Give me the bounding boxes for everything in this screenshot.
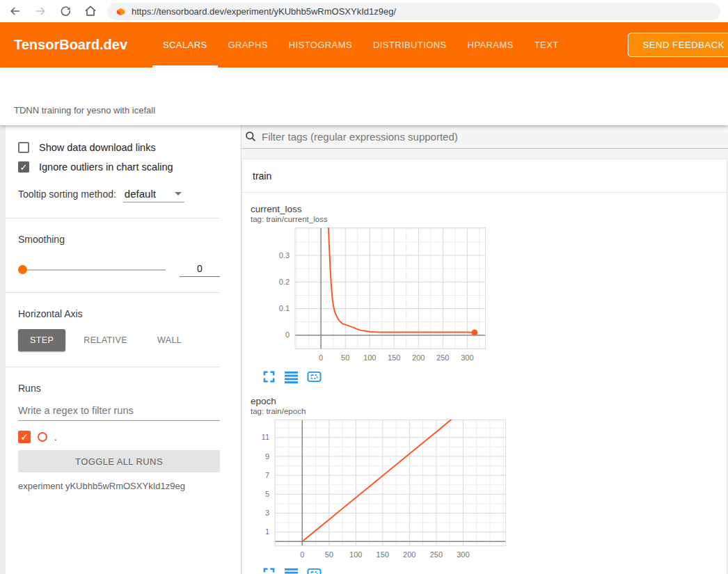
- show-download-links-checkbox[interactable]: Show data download links: [18, 142, 220, 153]
- tag-filter-row: [242, 125, 728, 149]
- tab-bar: SCALARS GRAPHS HISTOGRAMS DISTRIBUTIONS …: [152, 22, 569, 67]
- svg-text:200: 200: [403, 550, 416, 559]
- experiment-subheader: TDNN training for yesno with icefall: [0, 67, 728, 125]
- smoothing-value[interactable]: 0: [180, 263, 220, 277]
- tab-graphs[interactable]: GRAPHS: [218, 22, 278, 67]
- svg-text:100: 100: [363, 353, 376, 362]
- train-section-header[interactable]: train: [242, 159, 727, 193]
- experiment-id-label: experiment yKUbhb5wRmOSXYkId1z9eg: [18, 481, 220, 491]
- runs-label: Runs: [18, 367, 220, 394]
- back-icon[interactable]: [7, 3, 24, 19]
- url-text: https://tensorboard.dev/experiment/yKUbh…: [132, 6, 396, 17]
- svg-text:250: 250: [436, 353, 449, 362]
- tag-filter-input[interactable]: [262, 131, 728, 143]
- svg-text:11: 11: [262, 433, 269, 441]
- chart-tag: tag: train/current_loss: [251, 215, 489, 223]
- tab-text[interactable]: TEXT: [524, 22, 569, 67]
- axis-relative-button[interactable]: RELATIVE: [72, 329, 139, 351]
- tab-hparams[interactable]: HPARAMS: [457, 22, 524, 67]
- svg-text:0.1: 0.1: [279, 304, 290, 312]
- experiment-description: TDNN training for yesno with icefall: [14, 105, 155, 115]
- data-table-icon[interactable]: [285, 370, 298, 383]
- tab-distributions[interactable]: DISTRIBUTIONS: [363, 22, 457, 67]
- svg-text:300: 300: [461, 353, 473, 362]
- chart-card-current-loss: current_loss tag: train/current_loss 050…: [251, 196, 489, 388]
- fit-domain-icon[interactable]: [307, 567, 322, 574]
- svg-text:50: 50: [341, 353, 349, 362]
- svg-text:0.2: 0.2: [279, 278, 290, 286]
- slider-thumb[interactable]: [18, 265, 27, 274]
- forward-icon[interactable]: [32, 3, 49, 19]
- tab-scalars[interactable]: SCALARS: [152, 22, 218, 67]
- home-icon[interactable]: [82, 3, 99, 19]
- url-bar[interactable]: https://tensorboard.dev/experiment/yKUbh…: [107, 3, 720, 20]
- expand-chart-icon[interactable]: [262, 370, 276, 383]
- svg-text:0: 0: [319, 353, 323, 362]
- chevron-down-icon: [175, 192, 182, 196]
- reload-icon[interactable]: [57, 3, 74, 19]
- svg-text:0: 0: [300, 550, 304, 559]
- svg-text:200: 200: [412, 353, 425, 362]
- app-header: TensorBoard.dev SCALARS GRAPHS HISTOGRAM…: [0, 22, 728, 67]
- svg-text:100: 100: [349, 550, 362, 559]
- fit-domain-icon[interactable]: [307, 370, 322, 383]
- train-section-card: train current_loss tag: train/current_lo…: [242, 159, 727, 574]
- run-row: ✓ .: [18, 431, 220, 443]
- run-color-swatch: [38, 432, 47, 442]
- svg-text:0.3: 0.3: [279, 251, 290, 260]
- svg-text:1: 1: [265, 527, 269, 536]
- chart-tag: tag: train/epoch: [251, 407, 489, 415]
- browser-toolbar: https://tensorboard.dev/experiment/yKUbh…: [0, 0, 728, 22]
- smoothing-slider[interactable]: [18, 269, 166, 271]
- checkbox-checked-icon[interactable]: ✓: [18, 161, 29, 173]
- svg-text:7: 7: [265, 471, 269, 479]
- svg-text:250: 250: [430, 550, 443, 559]
- tab-histograms[interactable]: HISTOGRAMS: [278, 22, 363, 67]
- chart-title: epoch: [251, 396, 489, 406]
- chart-grid: current_loss tag: train/current_loss 050…: [242, 193, 727, 574]
- svg-text:150: 150: [377, 550, 389, 559]
- svg-text:150: 150: [388, 353, 400, 362]
- horizontal-axis-label: Horizontal Axis: [18, 293, 220, 319]
- ignore-outliers-checkbox[interactable]: ✓ Ignore outliers in chart scaling: [18, 161, 220, 173]
- smoothing-label: Smoothing: [18, 218, 220, 245]
- run-checkbox-checked-icon[interactable]: ✓: [18, 431, 31, 443]
- line-chart[interactable]: 05010015020025030000.10.20.3: [251, 228, 489, 365]
- tooltip-sorting-select[interactable]: default: [123, 188, 184, 202]
- axis-step-button[interactable]: STEP: [18, 329, 65, 351]
- tooltip-sorting-label: Tooltip sorting method:: [18, 189, 116, 200]
- toggle-all-runs-button[interactable]: TOGGLE ALL RUNS: [18, 450, 220, 472]
- checkbox-unchecked-icon[interactable]: [18, 142, 29, 153]
- expand-chart-icon[interactable]: [262, 567, 276, 574]
- svg-text:5: 5: [265, 490, 269, 498]
- chart-card-epoch: epoch tag: train/epoch 05010015020025030…: [251, 388, 489, 574]
- chart-title: current_loss: [251, 204, 489, 214]
- svg-text:50: 50: [325, 550, 333, 559]
- svg-text:3: 3: [265, 509, 269, 517]
- main-panel: train current_loss tag: train/current_lo…: [242, 125, 728, 574]
- run-name: .: [54, 432, 57, 443]
- brand-title: TensorBoard.dev: [14, 37, 127, 53]
- runs-filter-input[interactable]: [18, 402, 220, 421]
- settings-sidebar: Show data download links ✓ Ignore outlie…: [0, 125, 242, 574]
- axis-wall-button[interactable]: WALL: [145, 329, 193, 351]
- data-table-icon[interactable]: [285, 567, 298, 574]
- search-icon: [245, 131, 257, 143]
- send-feedback-button[interactable]: SEND FEEDBACK: [628, 33, 728, 57]
- line-chart[interactable]: 0501001502002503001357911: [251, 420, 489, 561]
- tensorboard-favicon: [116, 6, 126, 17]
- svg-text:9: 9: [265, 452, 269, 461]
- svg-text:300: 300: [457, 550, 469, 559]
- svg-text:0: 0: [285, 330, 290, 339]
